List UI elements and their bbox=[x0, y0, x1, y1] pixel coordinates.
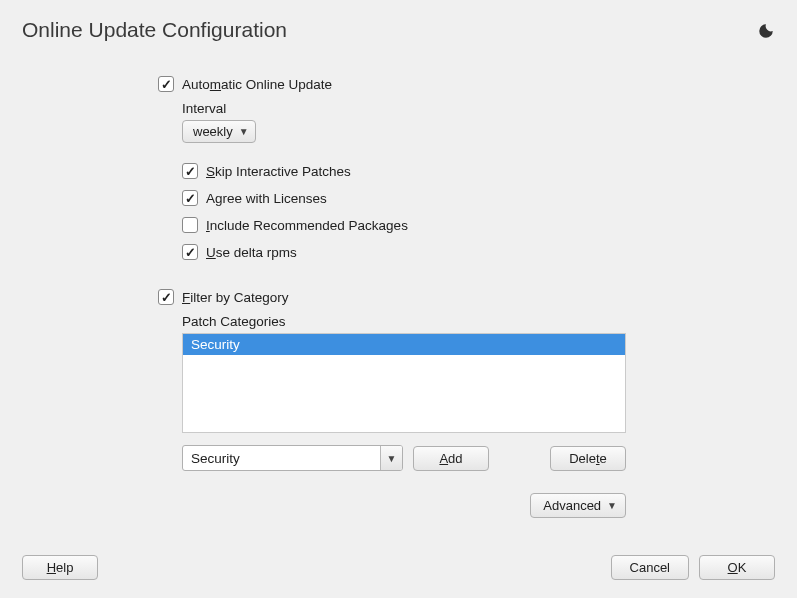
chevron-down-icon: ▼ bbox=[607, 500, 617, 511]
automatic-update-label: Automatic Online Update bbox=[182, 77, 332, 92]
agree-licenses-label: Agree with Licenses bbox=[206, 191, 327, 206]
help-button[interactable]: Help bbox=[22, 555, 98, 580]
interval-value: weekly bbox=[193, 124, 233, 139]
interval-label: Interval bbox=[182, 101, 775, 116]
interval-combo[interactable]: weekly ▼ bbox=[182, 120, 256, 143]
add-button[interactable]: Add bbox=[413, 446, 489, 471]
category-combo[interactable]: Security ▼ bbox=[182, 445, 403, 471]
agree-licenses-checkbox[interactable] bbox=[182, 190, 198, 206]
cancel-button[interactable]: Cancel bbox=[611, 555, 689, 580]
filter-category-checkbox[interactable] bbox=[158, 289, 174, 305]
include-recommended-label: Include Recommended Packages bbox=[206, 218, 408, 233]
patch-categories-label: Patch Categories bbox=[182, 314, 775, 329]
skip-interactive-label: Skip Interactive Patches bbox=[206, 164, 351, 179]
advanced-label: Advanced bbox=[543, 498, 601, 513]
include-recommended-checkbox[interactable] bbox=[182, 217, 198, 233]
page-title: Online Update Configuration bbox=[22, 18, 287, 42]
theme-toggle-icon[interactable] bbox=[757, 22, 775, 40]
chevron-down-icon: ▼ bbox=[239, 126, 249, 137]
list-item[interactable]: Security bbox=[183, 334, 625, 355]
category-combo-value: Security bbox=[183, 451, 380, 466]
use-delta-rpms-checkbox[interactable] bbox=[182, 244, 198, 260]
use-delta-rpms-label: Use delta rpms bbox=[206, 245, 297, 260]
automatic-update-checkbox[interactable] bbox=[158, 76, 174, 92]
chevron-down-icon[interactable]: ▼ bbox=[380, 446, 402, 470]
patch-categories-listbox[interactable]: Security bbox=[182, 333, 626, 433]
delete-button[interactable]: Delete bbox=[550, 446, 626, 471]
filter-category-label: Filter by Category bbox=[182, 290, 289, 305]
skip-interactive-checkbox[interactable] bbox=[182, 163, 198, 179]
advanced-button[interactable]: Advanced ▼ bbox=[530, 493, 626, 518]
ok-button[interactable]: OK bbox=[699, 555, 775, 580]
